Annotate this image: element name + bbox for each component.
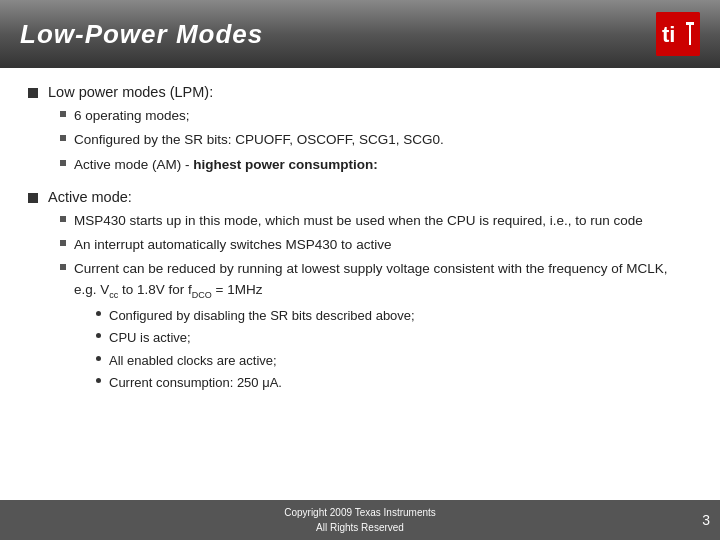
footer-copyright: Copyright 2009 Texas Instruments All Rig…: [30, 505, 690, 535]
list-item: CPU is active;: [96, 328, 415, 348]
page-number: 3: [690, 512, 710, 528]
section-lpm-title: Low power modes (LPM):: [48, 84, 213, 100]
lpm-item-1: 6 operating modes;: [74, 106, 190, 126]
section-active-items: MSP430 starts up in this mode, which mus…: [60, 211, 692, 396]
nested-item-2: CPU is active;: [109, 328, 191, 348]
nested-dot-icon: [96, 311, 101, 316]
bullet-icon: [28, 88, 38, 98]
list-item: An interrupt automatically switches MSP4…: [60, 235, 692, 255]
slide: Low-Power Modes ti Low power modes (LPM)…: [0, 0, 720, 540]
copyright-line1: Copyright 2009 Texas Instruments: [284, 507, 436, 518]
sub-bullet-icon: [60, 111, 66, 117]
section-active-title: Active mode:: [48, 189, 132, 205]
svg-rect-3: [689, 25, 691, 45]
sub-bullet-icon: [60, 216, 66, 222]
list-item: Current consumption: 250 μA.: [96, 373, 415, 393]
copyright-line2: All Rights Reserved: [316, 522, 404, 533]
section-active: Active mode: MSP430 starts up in this mo…: [28, 189, 692, 396]
header: Low-Power Modes ti: [0, 0, 720, 68]
nested-dot-icon: [96, 333, 101, 338]
nested-dot-icon: [96, 378, 101, 383]
section-lpm: Low power modes (LPM): 6 operating modes…: [28, 84, 692, 175]
section-active-heading: Active mode:: [28, 189, 692, 205]
list-item: Active mode (AM) - highest power consump…: [60, 155, 692, 175]
sub-bullet-icon: [60, 160, 66, 166]
section-lpm-heading: Low power modes (LPM):: [28, 84, 692, 100]
active-item-1: MSP430 starts up in this mode, which mus…: [74, 211, 643, 231]
slide-title: Low-Power Modes: [20, 19, 263, 50]
sub-bullet-icon: [60, 135, 66, 141]
lpm-item-3: Active mode (AM) - highest power consump…: [74, 155, 378, 175]
sub-bullet-icon: [60, 240, 66, 246]
nested-item-3: All enabled clocks are active;: [109, 351, 277, 371]
list-item: Current can be reduced by running at low…: [60, 259, 692, 395]
nested-item-1: Configured by disabling the SR bits desc…: [109, 306, 415, 326]
nested-list: Configured by disabling the SR bits desc…: [96, 306, 415, 396]
list-item: All enabled clocks are active;: [96, 351, 415, 371]
bullet-icon: [28, 193, 38, 203]
footer: Copyright 2009 Texas Instruments All Rig…: [0, 500, 720, 540]
content-area: Low power modes (LPM): 6 operating modes…: [0, 68, 720, 500]
list-item: Configured by the SR bits: CPUOFF, OSCOF…: [60, 130, 692, 150]
lpm-item-2: Configured by the SR bits: CPUOFF, OSCOF…: [74, 130, 444, 150]
svg-text:ti: ti: [662, 22, 675, 47]
list-item: MSP430 starts up in this mode, which mus…: [60, 211, 692, 231]
list-item: Configured by disabling the SR bits desc…: [96, 306, 415, 326]
svg-rect-2: [686, 22, 694, 25]
active-item-2: An interrupt automatically switches MSP4…: [74, 235, 391, 255]
active-item-3: Current can be reduced by running at low…: [74, 259, 692, 301]
section-lpm-items: 6 operating modes; Configured by the SR …: [60, 106, 692, 175]
nested-item-4: Current consumption: 250 μA.: [109, 373, 282, 393]
sub-bullet-icon: [60, 264, 66, 270]
nested-dot-icon: [96, 356, 101, 361]
ti-logo: ti: [656, 12, 700, 56]
list-item: 6 operating modes;: [60, 106, 692, 126]
